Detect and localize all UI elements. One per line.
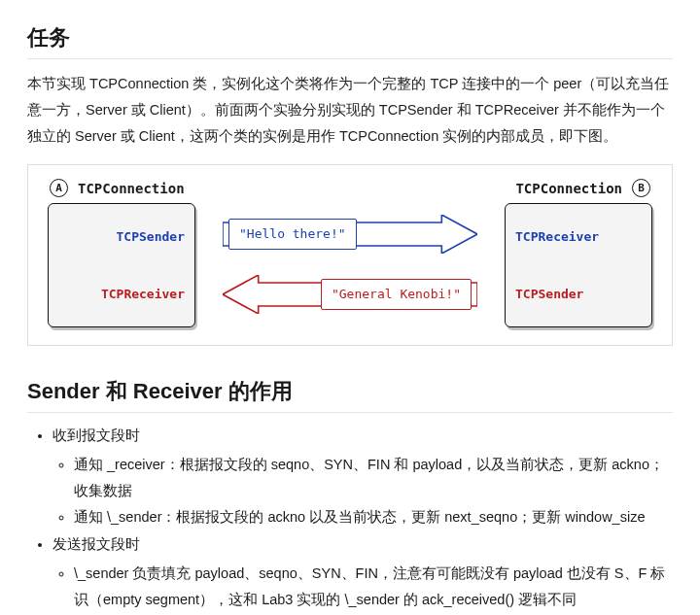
arrow-kenobi: "General Kenobi!" bbox=[223, 275, 477, 314]
list-item: 通知 \_sender：根据报文段的 ackno 以及当前状态，更新 next_… bbox=[74, 504, 673, 530]
peer-b-sender: TCPSender bbox=[515, 287, 642, 301]
list-item: \_sender 负责填充 payload、seqno、SYN、FIN，注意有可… bbox=[74, 561, 673, 613]
peer-a-receiver: TCPReceiver bbox=[58, 287, 185, 301]
intro-paragraph: 本节实现 TCPConnection 类，实例化这个类将作为一个完整的 TCP … bbox=[27, 71, 673, 149]
heading-roles: Sender 和 Receiver 的作用 bbox=[27, 377, 673, 413]
list-item: 收到报文段时 通知 _receiver：根据报文段的 seqno、SYN、FIN… bbox=[52, 423, 673, 530]
peer-b-badge: B bbox=[632, 179, 650, 197]
arrow-hello: "Hello there!" bbox=[223, 215, 477, 254]
list-label: 收到报文段时 bbox=[52, 427, 140, 443]
peer-a-badge: A bbox=[50, 179, 68, 197]
heading-task: 任务 bbox=[27, 23, 673, 59]
msg-kenobi: "General Kenobi!" bbox=[321, 279, 472, 310]
list-item: 发送报文段时 \_sender 负责填充 payload、seqno、SYN、F… bbox=[52, 531, 673, 615]
list-label: 发送报文段时 bbox=[52, 536, 140, 552]
peer-a-title: TCPConnection bbox=[78, 181, 185, 196]
peer-b-receiver: TCPReceiver bbox=[515, 229, 642, 244]
arrow-area: "Hello there!" "General Kenobi!" bbox=[223, 203, 477, 325]
peer-a-box: TCPSender TCPReceiver bbox=[48, 203, 195, 327]
list-item: 通知 _receiver：根据报文段的 seqno、SYN、FIN 和 payl… bbox=[74, 452, 673, 504]
msg-hello: "Hello there!" bbox=[228, 219, 357, 250]
tcp-diagram: A TCPConnection TCPConnection B TCPSende… bbox=[27, 164, 673, 346]
peer-a-sender: TCPSender bbox=[58, 229, 185, 244]
peer-b-title: TCPConnection bbox=[515, 181, 622, 196]
roles-list: 收到报文段时 通知 _receiver：根据报文段的 seqno、SYN、FIN… bbox=[27, 423, 673, 615]
peer-b-box: TCPReceiver TCPSender bbox=[505, 203, 652, 327]
